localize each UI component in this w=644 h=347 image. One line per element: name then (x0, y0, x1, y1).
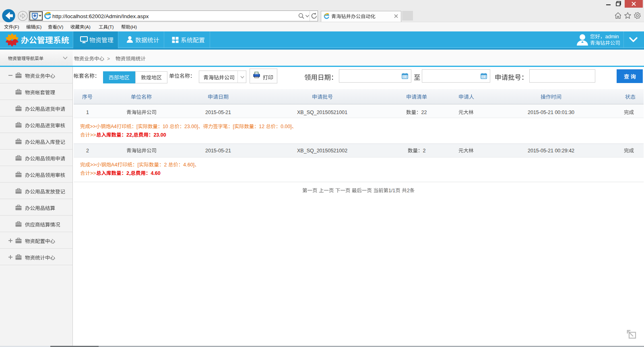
svg-text:0.00]: 0.00] (281, 124, 291, 129)
svg-text:[: [ (233, 124, 234, 129)
svg-text:(V): (V) (57, 25, 64, 29)
svg-text:4.60]: 4.60] (183, 162, 194, 168)
svg-text:2: 2 (86, 148, 89, 154)
svg-text:A4: A4 (111, 124, 117, 129)
svg-text:2: 2 (423, 148, 425, 154)
svg-text:>>: >> (90, 132, 96, 138)
svg-text:XB_SQ_20150521002: XB_SQ_20150521002 (297, 148, 347, 154)
svg-text:>>: >> (90, 162, 96, 168)
svg-text:(T): (T) (108, 25, 114, 29)
svg-text:http://localhost:62002/Admin/I: http://localhost:62002/Admin/Index.aspx (52, 13, 149, 19)
svg-text:admin: admin (605, 34, 619, 39)
svg-text:12: 12 (259, 124, 266, 129)
svg-text:(A): (A) (85, 25, 91, 29)
svg-text:2015-05-21 00:29:42: 2015-05-21 00:29:42 (528, 148, 574, 154)
svg-text:2: 2 (407, 188, 410, 193)
svg-text:10: 10 (163, 124, 169, 129)
svg-text:2015-05-21: 2015-05-21 (205, 110, 231, 115)
svg-text:[: [ (137, 162, 139, 168)
svg-text:22: 22 (421, 110, 427, 115)
svg-text:1/1: 1/1 (388, 188, 395, 193)
svg-text:A4: A4 (111, 162, 117, 168)
svg-text:4.60: 4.60 (151, 170, 160, 176)
svg-text:(F): (F) (13, 25, 19, 29)
svg-text:(H): (H) (130, 25, 137, 29)
svg-text:(E): (E) (35, 25, 42, 29)
svg-text:2015-05-21 00:01:30: 2015-05-21 00:01:30 (528, 110, 574, 115)
svg-text:2: 2 (164, 162, 168, 168)
svg-text:>>: >> (90, 124, 96, 129)
svg-text:[: [ (136, 124, 138, 129)
svg-text:XB_SQ_20150521001: XB_SQ_20150521001 (297, 110, 347, 115)
svg-text:>>: >> (90, 170, 96, 176)
svg-text:23.00: 23.00 (153, 132, 166, 138)
svg-text:22,: 22, (126, 132, 133, 138)
svg-text:1: 1 (86, 110, 89, 115)
svg-text:>: > (107, 56, 110, 62)
svg-text:23.00]: 23.00] (184, 124, 198, 129)
svg-text:2,: 2, (126, 170, 130, 176)
svg-text:2015-05-21: 2015-05-21 (205, 148, 231, 154)
